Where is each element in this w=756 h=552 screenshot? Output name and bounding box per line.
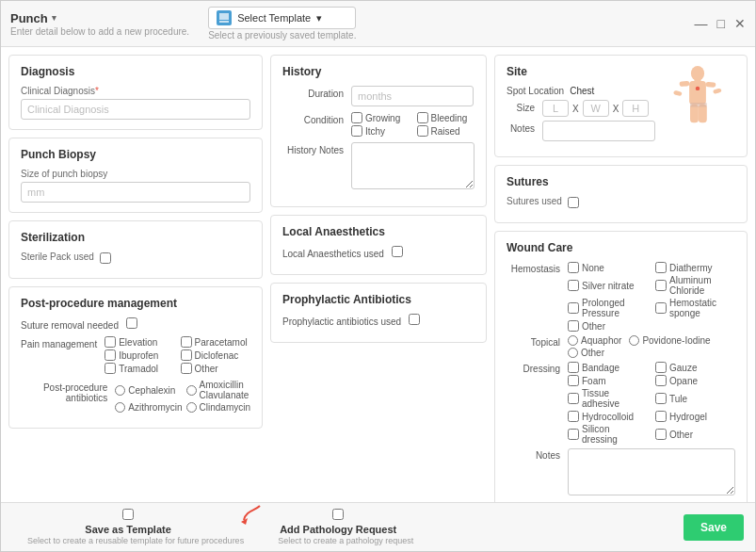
svg-rect-7 xyxy=(673,90,683,97)
history-notes-label: History Notes xyxy=(282,142,344,155)
punch-title-arrow: ▾ xyxy=(52,13,56,23)
post-antibiotics-row: Post-procedure antibiotics Cephalexin Am… xyxy=(21,380,250,413)
post-procedure-card: Post-procedure management Suture removal… xyxy=(8,286,263,429)
select-template-btn[interactable]: Select Template ▾ xyxy=(208,7,356,29)
punch-size-input[interactable] xyxy=(21,182,250,203)
suture-removal-checkbox[interactable] xyxy=(126,317,137,329)
dress-foam: Foam xyxy=(568,375,648,386)
paracetamol-checkbox[interactable] xyxy=(181,336,192,348)
dress-other-checkbox[interactable] xyxy=(655,429,667,440)
tramadol-checkbox[interactable] xyxy=(105,363,116,374)
growing-checkbox[interactable] xyxy=(351,112,362,123)
wound-notes-textarea[interactable] xyxy=(568,448,735,495)
hemo-diathermy-checkbox[interactable] xyxy=(655,262,667,273)
hemo-pressure-checkbox[interactable] xyxy=(568,302,579,314)
duration-input[interactable] xyxy=(351,86,474,106)
hemostasis-label: Hemostasis xyxy=(507,262,568,274)
sterilization-title: Sterilization xyxy=(21,231,250,244)
cephalexin-radio[interactable] xyxy=(115,385,125,396)
hemo-none-checkbox[interactable] xyxy=(568,262,579,273)
minimize-btn[interactable]: — xyxy=(695,16,708,31)
clinical-diagnosis-label: Clinical Diagnosis* xyxy=(21,86,250,96)
hydrogel-checkbox[interactable] xyxy=(655,411,667,422)
dress-tissue-adhesive: Tissue adhesive xyxy=(568,388,648,409)
punch-title-btn[interactable]: Punch ▾ xyxy=(10,11,189,25)
history-notes-textarea[interactable] xyxy=(351,142,475,189)
azithromycin-radio[interactable] xyxy=(115,402,125,413)
dressing-label: Dressing xyxy=(507,362,568,374)
clinical-diagnosis-input[interactable] xyxy=(21,99,250,120)
hemo-other-checkbox[interactable] xyxy=(568,320,579,332)
template-icon xyxy=(217,10,232,25)
dress-other: Other xyxy=(655,424,735,445)
prophylactic-card: Prophylactic Antibiotics Prophylactic an… xyxy=(270,283,487,343)
aquaphor-radio[interactable] xyxy=(568,335,578,346)
body-diagram xyxy=(660,65,735,140)
maximize-btn[interactable]: □ xyxy=(717,16,725,31)
punch-biopsy-card: Punch Biopsy Size of punch biopsy xyxy=(8,138,263,213)
tule-checkbox[interactable] xyxy=(655,393,667,404)
duration-label: Duration xyxy=(282,86,344,99)
size-w-input[interactable] xyxy=(583,100,609,117)
cond-growing: Growing xyxy=(351,112,410,123)
anaesthetics-used-checkbox[interactable] xyxy=(392,246,403,257)
bleeding-checkbox[interactable] xyxy=(417,112,428,123)
site-notes-input[interactable] xyxy=(542,121,655,141)
hydrocolloid-checkbox[interactable] xyxy=(568,411,579,422)
save-button[interactable]: Save xyxy=(684,514,744,541)
post-procedure-title: Post-procedure management xyxy=(21,297,250,310)
save-template-checkbox[interactable] xyxy=(122,509,134,520)
opane-checkbox[interactable] xyxy=(655,375,667,386)
sterile-pack-row: Sterile Pack used xyxy=(21,252,250,265)
antibiotic-clindamycin: Clindamycin xyxy=(186,402,250,413)
dress-tule: Tule xyxy=(655,388,735,409)
add-pathology-checkbox[interactable] xyxy=(332,509,344,520)
suture-removal-label: Suture removal needed xyxy=(21,317,119,331)
spot-location-value: Chest xyxy=(570,86,594,96)
pain-paracetamol: Paracetamol xyxy=(181,336,250,348)
dress-gauze: Gauze xyxy=(655,362,735,373)
povidone-radio[interactable] xyxy=(629,335,639,346)
size-inputs: X X xyxy=(542,100,655,117)
raised-checkbox[interactable] xyxy=(417,125,428,137)
antibiotic-amoxicillin: Amoxicillin Clavulanate xyxy=(186,380,250,400)
diagnosis-card: Diagnosis Clinical Diagnosis* xyxy=(8,55,263,130)
hemo-aluminum-checkbox[interactable] xyxy=(655,280,667,291)
topical-other-radio[interactable] xyxy=(568,348,578,358)
site-size-row: Size X X xyxy=(507,100,655,117)
topical-aquaphor: Aquaphor xyxy=(568,335,621,346)
sutures-used-checkbox[interactable] xyxy=(568,197,579,208)
foam-checkbox[interactable] xyxy=(568,375,579,386)
pain-management-row: Pain management Elevation Paracetamol Ib… xyxy=(21,336,250,374)
left-column: Diagnosis Clinical Diagnosis* Punch Biop… xyxy=(8,55,263,495)
gauze-checkbox[interactable] xyxy=(655,362,667,373)
sterile-pack-checkbox[interactable] xyxy=(100,252,111,264)
pain-elevation: Elevation xyxy=(105,336,174,348)
sutures-title: Sutures xyxy=(507,175,735,188)
size-l-input[interactable] xyxy=(542,100,569,117)
hemo-diathermy: Diathermy xyxy=(655,262,735,273)
hemo-sponge-checkbox[interactable] xyxy=(655,302,667,314)
hemo-silver-checkbox[interactable] xyxy=(568,280,579,291)
antibiotic-cephalexin: Cephalexin xyxy=(115,385,182,396)
size-h-input[interactable] xyxy=(622,100,649,117)
elevation-checkbox[interactable] xyxy=(105,336,116,348)
close-btn[interactable]: ✕ xyxy=(734,16,746,31)
bandage-checkbox[interactable] xyxy=(568,362,579,373)
size-x2: X xyxy=(613,104,619,114)
middle-column: History Duration Condition Growing Bleed… xyxy=(270,55,487,495)
spot-location-row: Spot Location Chest xyxy=(507,86,655,96)
itchy-checkbox[interactable] xyxy=(351,125,362,137)
topical-row: Topical Aquaphor Povidone-Iodine Other xyxy=(507,335,735,358)
silicon-checkbox[interactable] xyxy=(568,429,579,440)
clindamycin-radio[interactable] xyxy=(186,402,197,413)
prophylactic-used-checkbox[interactable] xyxy=(409,314,420,325)
history-notes-row: History Notes xyxy=(282,142,475,191)
pain-other-checkbox[interactable] xyxy=(181,363,192,374)
tissue-adhesive-checkbox[interactable] xyxy=(568,393,579,404)
ibuprofen-checkbox[interactable] xyxy=(105,349,116,361)
hemostasis-row: Hemostasis None Diathermy Silver nitrate… xyxy=(507,262,735,332)
amoxicillin-radio[interactable] xyxy=(186,385,197,396)
titlebar: Punch ▾ Enter detail below to add a new … xyxy=(1,1,755,47)
diclofenac-checkbox[interactable] xyxy=(181,349,192,361)
